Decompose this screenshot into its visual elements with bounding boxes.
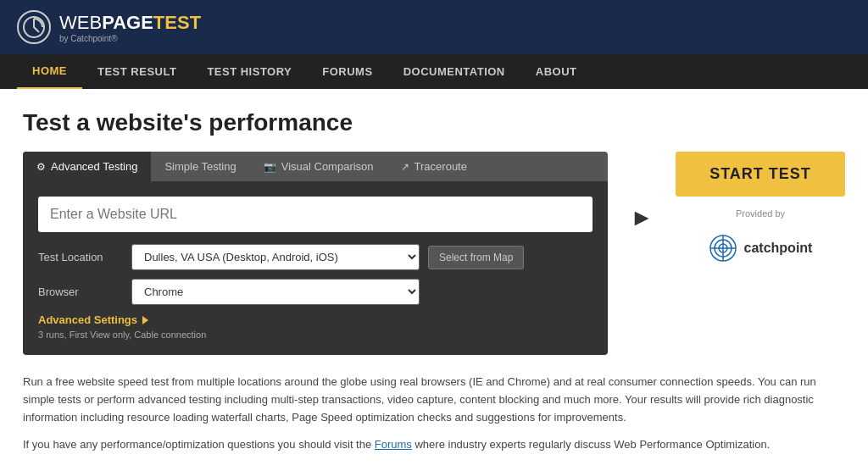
nav-test-result[interactable]: TEST RESULT	[82, 55, 192, 88]
settings-note: 3 runs, First View only, Cable connectio…	[38, 330, 593, 340]
nav-about[interactable]: ABOUT	[520, 55, 593, 88]
nav-documentation[interactable]: DOCUMENTATION	[388, 55, 520, 88]
tab-traceroute[interactable]: ↗ Traceroute	[387, 152, 481, 181]
description: Run a free website speed test from multi…	[23, 374, 845, 454]
tab-traceroute-label: Traceroute	[415, 160, 467, 173]
tab-visual-comparison[interactable]: 📷 Visual Comparison	[250, 152, 387, 181]
description-paragraph-2: If you have any performance/optimization…	[23, 436, 845, 454]
logo-test-word: TEST	[153, 12, 201, 33]
traceroute-icon: ↗	[401, 161, 409, 173]
catchpoint-circle-icon	[709, 234, 737, 263]
description-paragraph-1: Run a free website speed test from multi…	[23, 374, 845, 426]
advanced-settings-link[interactable]: Advanced Settings	[38, 313, 593, 326]
start-test-button[interactable]: START TEST	[676, 152, 845, 197]
arrow-icon: ►	[625, 206, 659, 230]
catchpoint-name: catchpoint	[744, 241, 813, 256]
nav-test-history[interactable]: TEST HISTORY	[192, 55, 307, 88]
visual-icon: 📷	[264, 161, 276, 173]
nav-forums[interactable]: FORUMS	[307, 55, 387, 88]
logo-icon	[17, 10, 51, 44]
form-panel: Test Location Dulles, VA USA (Desktop, A…	[23, 181, 608, 355]
main-content: Test a website's performance ⚙ Advanced …	[6, 89, 862, 471]
browser-row: Browser Chrome	[38, 279, 593, 305]
nav-home[interactable]: HOME	[17, 54, 82, 89]
catchpoint-logo: catchpoint	[709, 234, 813, 263]
browser-label: Browser	[38, 285, 123, 298]
settings-icon: ⚙	[36, 161, 46, 173]
content-layout: ⚙ Advanced Testing Simple Testing 📷 Visu…	[23, 152, 845, 355]
url-input[interactable]	[38, 197, 593, 232]
header: WEBPAGETEST by Catchpoint®	[0, 0, 868, 54]
logo-text: WEBPAGETEST by Catchpoint®	[59, 12, 201, 43]
provided-by-label: Provided by	[736, 208, 785, 219]
tab-advanced-testing[interactable]: ⚙ Advanced Testing	[23, 152, 151, 181]
test-location-select[interactable]: Dulles, VA USA (Desktop, Android, iOS)	[131, 244, 420, 270]
test-location-row: Test Location Dulles, VA USA (Desktop, A…	[38, 244, 593, 270]
select-from-map-button[interactable]: Select from Map	[428, 246, 524, 269]
left-panel: ⚙ Advanced Testing Simple Testing 📷 Visu…	[23, 152, 608, 355]
tab-advanced-label: Advanced Testing	[51, 160, 137, 173]
page-title: Test a website's performance	[23, 109, 845, 136]
logo: WEBPAGETEST by Catchpoint®	[17, 10, 201, 44]
test-location-label: Test Location	[38, 251, 123, 263]
logo-page: PAGE	[102, 12, 153, 33]
browser-select[interactable]: Chrome	[131, 279, 420, 305]
forums-link[interactable]: Forums	[375, 438, 412, 451]
tab-simple-testing[interactable]: Simple Testing	[151, 152, 249, 181]
logo-by: by Catchpoint®	[59, 34, 201, 43]
tabs: ⚙ Advanced Testing Simple Testing 📷 Visu…	[23, 152, 608, 181]
arrow-area: ►	[625, 152, 659, 230]
tab-simple-label: Simple Testing	[164, 160, 236, 173]
logo-web: WEB	[59, 12, 102, 33]
advanced-settings-label: Advanced Settings	[38, 313, 137, 326]
tab-visual-label: Visual Comparison	[281, 160, 374, 173]
right-panel: START TEST Provided by catchpoint	[676, 152, 845, 263]
arrow-right-icon	[142, 316, 148, 324]
nav: HOME TEST RESULT TEST HISTORY FORUMS DOC…	[0, 54, 868, 89]
